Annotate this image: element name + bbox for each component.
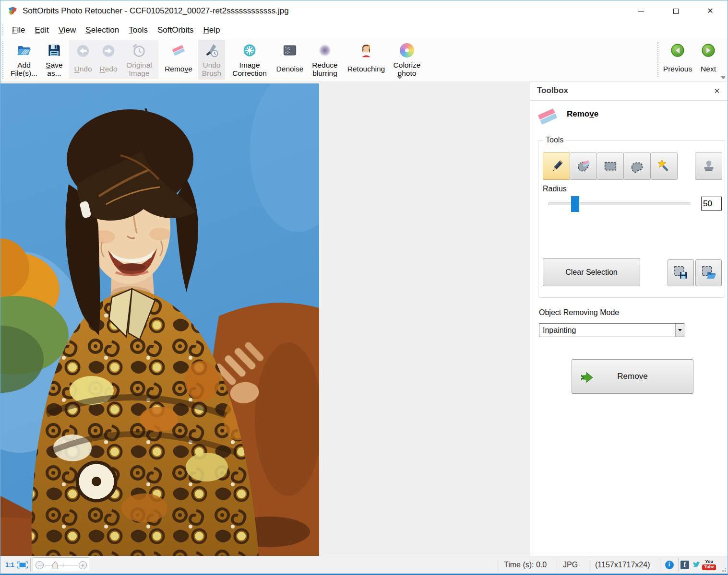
toolbox-title: Toolbox [537,86,568,95]
minimize-button[interactable] [624,0,658,22]
selection-eraser-icon [575,158,592,175]
reduce-blurring-button[interactable]: Reduce blurring [308,40,342,80]
app-window: SoftOrbits Photo Retoucher - CCF01052012… [0,0,728,575]
menu-edit[interactable]: Edit [30,25,53,35]
close-button[interactable]: ✕ [693,0,728,22]
toolbar-overflow-chevron[interactable] [397,76,402,80]
save-selection-button[interactable] [668,259,694,286]
load-selection-button[interactable] [695,259,722,286]
clear-selection-button[interactable]: Clear Selection [543,258,640,286]
denoise-button[interactable]: Denoise [274,40,306,80]
color-wheel-icon [399,42,415,59]
magic-wand-icon [656,158,672,175]
selection-eraser-tool-button[interactable] [570,153,597,180]
info-icon[interactable]: i [665,561,674,569]
zoom-slider-handle[interactable] [52,561,58,570]
pencil-icon [549,158,565,175]
remove-tool-button[interactable]: Remove [161,40,196,80]
object-removing-mode-select[interactable]: Inpainting [539,323,684,337]
social-cell: f You Tube [679,556,718,573]
save-as-button[interactable]: Save as... [42,40,67,80]
toolbar: Add File(s)... Save as... Undo [0,38,728,82]
add-files-button[interactable]: Add File(s)... [8,40,40,80]
undo-brush-icon [203,42,220,59]
magic-wand-tool-button[interactable] [650,153,678,180]
undo-button[interactable]: Undo [71,40,95,79]
folder-open-icon [16,42,32,59]
menu-tools[interactable]: Tools [124,25,153,35]
redo-icon [100,43,117,59]
facebook-icon[interactable]: f [680,561,689,569]
history-clock-icon [131,43,147,59]
remove-action-button[interactable]: Remove [572,359,693,394]
original-image-button[interactable]: Original Image [122,40,156,79]
undo-brush-button[interactable]: Undo Brush [198,40,225,80]
zoom-slider: − + [33,557,89,572]
clone-stamp-tool-button[interactable] [695,153,722,180]
menu-help[interactable]: Help [199,25,225,35]
colorize-photo-button[interactable]: Colorize photo [390,40,424,80]
twitter-icon[interactable] [691,561,701,569]
run-arrow-icon [580,371,599,384]
zoom-in-button[interactable]: + [79,561,87,569]
retouching-button[interactable]: Retouching [344,40,388,80]
zoom-out-button[interactable]: − [36,561,44,569]
menu-view[interactable]: View [54,25,81,35]
pencil-tool-button[interactable] [543,153,570,180]
lasso-selection-icon [629,158,645,175]
rectangle-selection-tool-button[interactable] [597,153,624,180]
maximize-icon [673,9,679,14]
radius-slider-handle[interactable] [571,196,579,212]
maximize-button[interactable] [658,0,693,22]
image-correction-button[interactable]: Image Correction [227,40,272,80]
minimize-icon [638,11,644,12]
tools-groupbox: Tools [538,140,725,298]
history-button-group: Undo Redo Original Image [69,40,158,79]
menu-bar: File Edit View Selection Tools SoftOrbit… [0,22,728,38]
info-cell: i [660,556,678,573]
next-icon [700,42,716,59]
title-bar: SoftOrbits Photo Retoucher - CCF01052012… [0,0,728,22]
load-selection-icon [700,264,717,282]
save-selection-icon [672,264,690,282]
toolbox-header: Toolbox ✕ [530,82,728,101]
zoom-mode-cell: 1:1 [0,556,30,573]
save-icon [46,42,62,59]
fit-to-screen-button[interactable] [17,561,28,569]
menu-softorbits[interactable]: SoftOrbits [153,25,199,35]
toolbox-panel: Toolbox ✕ Remove Tools [530,82,728,556]
youtube-icon[interactable]: You Tube [702,560,716,570]
toolbar-separator [657,42,658,77]
photo-canvas[interactable] [0,83,319,556]
zoom-slider-track[interactable] [45,565,78,565]
redo-button[interactable]: Redo [97,40,120,79]
image-correction-icon [241,42,258,59]
toolbar-grip[interactable] [2,41,3,79]
previous-icon [669,42,686,59]
dropdown-arrow-button[interactable] [675,324,684,337]
resize-grip[interactable] [720,566,726,572]
remove-tool-eraser-icon [536,105,559,128]
eraser-icon [170,42,187,59]
menu-file[interactable]: File [7,25,30,35]
next-button[interactable]: Next [697,40,720,80]
reduce-blurring-icon [317,42,333,59]
photo-image [0,83,319,556]
previous-button[interactable]: Previous [660,40,695,80]
lasso-selection-tool-button[interactable] [623,153,651,180]
object-removing-mode-value: Inpainting [539,324,675,337]
status-format: JPG [557,556,589,573]
tools-groupbox-legend: Tools [543,136,566,144]
menubar-grip[interactable] [2,24,3,35]
radius-slider-track[interactable] [548,202,691,205]
toolbox-close-button[interactable]: ✕ [711,85,723,97]
close-icon: ✕ [707,7,713,15]
menu-selection[interactable]: Selection [81,25,124,35]
status-bar: 1:1 − + Time (s): 0.0 JPG (1157x1717x24)… [0,556,728,573]
status-dimensions: (1157x1717x24) [589,556,660,573]
zoom-slider-tick [63,563,63,567]
radius-label: Radius [543,185,567,193]
actual-size-button[interactable]: 1:1 [5,561,14,568]
toolbar-right-overflow-chevron[interactable] [720,76,726,80]
radius-input[interactable] [701,197,722,211]
